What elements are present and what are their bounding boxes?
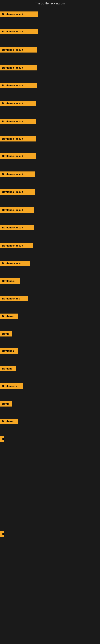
bottleneck-result-item[interactable]: B <box>0 436 4 442</box>
bottleneck-result-item[interactable]: Bottleneck res <box>0 296 28 301</box>
bottleneck-result-item[interactable]: Bottle <box>0 401 12 406</box>
bottleneck-result-item[interactable]: Bottlenec <box>0 418 18 424</box>
bottleneck-result-item[interactable]: Bottleneck result <box>0 136 36 142</box>
bottleneck-result-item[interactable]: Bottleneck result <box>0 65 37 70</box>
bottleneck-result-item[interactable]: Bottlenec <box>0 314 18 319</box>
bottleneck-result-item[interactable]: Bottleneck result <box>0 207 34 213</box>
bottleneck-result-item[interactable]: Bottleneck result <box>0 100 36 106</box>
bottleneck-result-item[interactable]: Bottleneck r <box>0 384 23 389</box>
bottleneck-result-item[interactable]: Bottleneck result <box>0 29 38 34</box>
bottleneck-result-item[interactable]: Bottle <box>0 331 12 336</box>
bottleneck-result-item[interactable]: Bottleneck result <box>0 47 37 52</box>
bottleneck-result-item[interactable]: Bottleneck result <box>0 12 38 17</box>
bottleneck-result-item[interactable]: Bottleneck result <box>0 119 36 124</box>
bottleneck-result-item[interactable]: Bottleneck result <box>0 225 34 230</box>
bottleneck-result-item[interactable]: Bottleneck result <box>0 153 36 159</box>
site-title: TheBottlenecker.com <box>0 0 100 7</box>
bottleneck-result-item[interactable]: Bottlene <box>0 366 16 371</box>
bottleneck-result-item[interactable]: Bottleneck result <box>0 172 35 177</box>
bottleneck-result-item[interactable]: Bottleneck result <box>0 189 35 194</box>
bottleneck-result-item[interactable]: Bottleneck result <box>0 243 33 248</box>
bottleneck-result-item[interactable]: Bottleneck resu <box>0 260 30 266</box>
bottleneck-result-item[interactable]: Bottlenec <box>0 348 18 354</box>
bottleneck-result-item[interactable]: B <box>0 531 4 537</box>
bottleneck-result-item[interactable]: Bottleneck result <box>0 83 37 88</box>
bottleneck-result-item[interactable]: Bottleneck <box>0 278 20 284</box>
